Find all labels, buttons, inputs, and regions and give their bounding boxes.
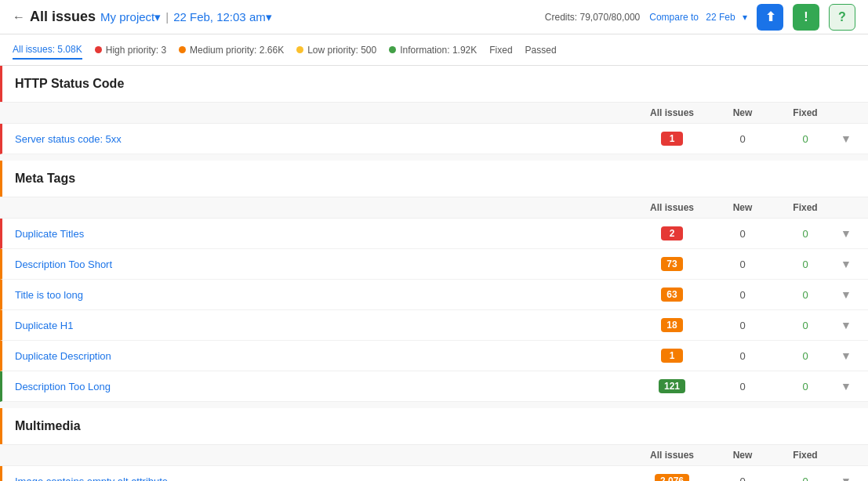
issue-count: 2,076 — [633, 474, 711, 481]
issue-count: 73 — [633, 257, 711, 271]
medium-priority-dot — [179, 46, 186, 53]
table-row[interactable]: Duplicate Description100▼ — [0, 341, 868, 371]
issue-fixed: 0 — [774, 381, 837, 392]
count-badge: 1 — [661, 132, 683, 146]
issue-new: 0 — [711, 381, 774, 392]
count-badge: 63 — [661, 288, 683, 302]
table-header-http-status: All issuesNewFixed — [0, 102, 868, 124]
col-header-fixed: Fixed — [774, 107, 837, 118]
issue-fixed: 0 — [774, 320, 837, 331]
filter-passed[interactable]: Passed — [525, 42, 557, 59]
table-row[interactable]: Description Too Long12100▼ — [0, 371, 868, 402]
expand-icon[interactable]: ▼ — [837, 227, 855, 240]
table-header-multimedia: All issuesNewFixed — [0, 444, 868, 466]
section-multimedia: MultimediaAll issuesNewFixedImage contai… — [0, 408, 868, 481]
issue-fixed: 0 — [774, 289, 837, 301]
section-http-status: HTTP Status CodeAll issuesNewFixedServer… — [0, 66, 868, 154]
filter-low-priority[interactable]: Low priority: 500 — [296, 42, 376, 59]
table-row[interactable]: Duplicate Titles200▼ — [0, 219, 868, 249]
col-header-new: New — [711, 107, 774, 118]
section-title-http-status: HTTP Status Code — [0, 66, 868, 102]
count-badge: 121 — [659, 379, 685, 393]
issue-fixed: 0 — [774, 133, 837, 145]
filter-bar: All issues: 5.08K High priority: 3 Mediu… — [0, 34, 868, 66]
header: ← All issues My project▾ | 22 Feb, 12:03… — [0, 0, 868, 34]
alert-button[interactable]: ! — [793, 4, 819, 31]
issue-fixed: 0 — [774, 476, 837, 482]
issue-name: Title is too long — [15, 289, 633, 301]
low-priority-dot — [296, 46, 303, 53]
col-header-fixed: Fixed — [774, 202, 837, 213]
header-left: ← All issues My project▾ | 22 Feb, 12:03… — [13, 9, 545, 25]
issue-new: 0 — [711, 350, 774, 362]
compare-button[interactable]: Compare to 22 Feb ▾ — [649, 12, 747, 23]
table-row[interactable]: Title is too long6300▼ — [0, 280, 868, 310]
table-header-meta-tags: All issuesNewFixed — [0, 197, 868, 219]
issue-count: 121 — [633, 379, 711, 393]
count-badge: 2,076 — [655, 474, 689, 481]
issue-fixed: 0 — [774, 228, 837, 240]
expand-icon[interactable]: ▼ — [837, 380, 855, 392]
header-separator: | — [165, 10, 169, 24]
expand-icon[interactable]: ▼ — [837, 258, 855, 270]
col-header-new: New — [711, 202, 774, 213]
col-header-new: New — [711, 450, 774, 461]
count-badge: 1 — [661, 349, 683, 363]
filter-high-priority[interactable]: High priority: 3 — [95, 42, 166, 59]
filter-all-issues[interactable]: All issues: 5.08K — [13, 41, 82, 60]
issue-name: Duplicate H1 — [15, 320, 633, 331]
section-title-multimedia: Multimedia — [0, 408, 868, 444]
section-title-meta-tags: Meta Tags — [0, 161, 868, 197]
issue-fixed: 0 — [774, 259, 837, 270]
issue-fixed: 0 — [774, 350, 837, 362]
issue-count: 1 — [633, 132, 711, 146]
col-header-all-issues: All issues — [633, 450, 711, 461]
filter-fixed[interactable]: Fixed — [489, 42, 512, 59]
table-row[interactable]: Server status code: 5xx100▼ — [0, 124, 868, 154]
col-header-all-issues: All issues — [633, 202, 711, 213]
issue-new: 0 — [711, 476, 774, 482]
issue-new: 0 — [711, 259, 774, 270]
issue-new: 0 — [711, 228, 774, 240]
high-priority-dot — [95, 46, 102, 53]
issue-name: Server status code: 5xx — [15, 133, 633, 145]
header-date[interactable]: 22 Feb, 12:03 am▾ — [173, 10, 272, 24]
count-badge: 18 — [661, 318, 683, 332]
expand-icon[interactable]: ▼ — [837, 132, 855, 145]
issue-name: Duplicate Description — [15, 350, 633, 362]
credits-text: Credits: 79,070/80,000 — [545, 12, 640, 23]
help-button[interactable]: ? — [829, 4, 855, 31]
expand-icon[interactable]: ▼ — [837, 319, 855, 331]
upload-button[interactable]: ⬆ — [757, 4, 783, 31]
issue-count: 1 — [633, 349, 711, 363]
issue-new: 0 — [711, 289, 774, 301]
filter-information[interactable]: Information: 1.92K — [389, 42, 477, 59]
expand-icon[interactable]: ▼ — [837, 288, 855, 301]
table-row[interactable]: Image contains empty alt attribute2,0760… — [0, 466, 868, 481]
issue-count: 18 — [633, 318, 711, 332]
page-title: All issues — [30, 9, 96, 25]
col-header-all-issues: All issues — [633, 107, 711, 118]
issue-name: Description Too Short — [15, 259, 633, 270]
issue-new: 0 — [711, 320, 774, 331]
back-button[interactable]: ← — [13, 10, 25, 24]
header-right: Credits: 79,070/80,000 Compare to 22 Feb… — [545, 4, 855, 31]
issue-new: 0 — [711, 133, 774, 145]
section-meta-tags: Meta TagsAll issuesNewFixedDuplicate Tit… — [0, 161, 868, 402]
issue-name: Description Too Long — [15, 381, 633, 392]
table-row[interactable]: Duplicate H11800▼ — [0, 310, 868, 341]
content-area: HTTP Status CodeAll issuesNewFixedServer… — [0, 66, 868, 481]
expand-icon[interactable]: ▼ — [837, 349, 855, 362]
project-name[interactable]: My project▾ — [100, 10, 161, 24]
col-header-fixed: Fixed — [774, 450, 837, 461]
issue-count: 63 — [633, 288, 711, 302]
issue-count: 2 — [633, 226, 711, 240]
count-badge: 2 — [661, 226, 683, 240]
issue-name: Duplicate Titles — [15, 228, 633, 240]
issue-name: Image contains empty alt attribute — [15, 476, 633, 482]
filter-medium-priority[interactable]: Medium priority: 2.66K — [179, 42, 284, 59]
count-badge: 73 — [661, 257, 683, 271]
table-row[interactable]: Description Too Short7300▼ — [0, 249, 868, 280]
information-dot — [389, 46, 396, 53]
expand-icon[interactable]: ▼ — [837, 475, 855, 481]
